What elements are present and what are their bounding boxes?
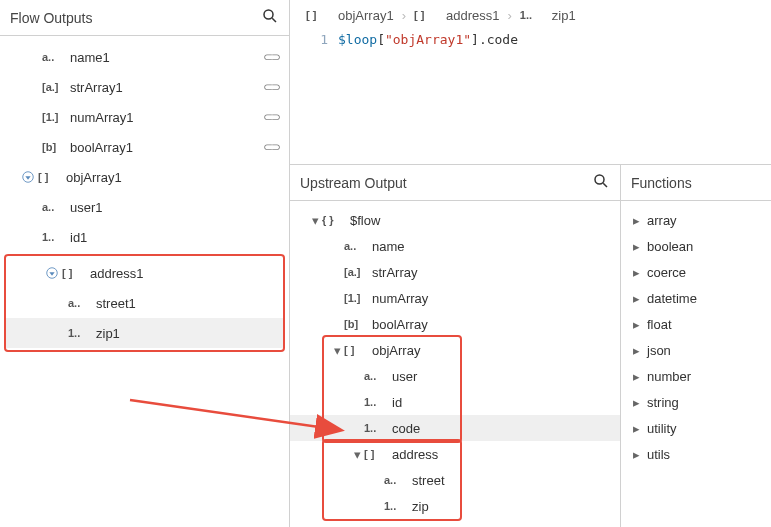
type-badge: [1.]	[42, 111, 64, 123]
function-category[interactable]: ▸number	[621, 363, 771, 389]
function-label: utils	[647, 447, 670, 462]
flow-outputs-title: Flow Outputs	[10, 10, 92, 26]
type-badge: 1..	[68, 327, 90, 339]
upstream-tree: ▾ { } $flow a..name[a.]strArray[1.]numAr…	[290, 201, 620, 527]
function-label: coerce	[647, 265, 686, 280]
collapse-icon[interactable]	[20, 169, 36, 185]
item-label: strArray1	[70, 80, 263, 95]
function-category[interactable]: ▸boolean	[621, 233, 771, 259]
flow-outputs-tree: a..name1⊂⊃[a.]strArray1⊂⊃[1.]numArray1⊂⊃…	[0, 36, 289, 527]
tree-item[interactable]: [1.]numArray	[290, 285, 620, 311]
function-category[interactable]: ▸coerce	[621, 259, 771, 285]
tree-item[interactable]: [1.]numArray1⊂⊃	[0, 102, 289, 132]
svg-line-7	[603, 183, 607, 187]
type-badge: a..	[42, 201, 64, 213]
function-category[interactable]: ▸utility	[621, 415, 771, 441]
tree-item[interactable]: [a.]strArray	[290, 259, 620, 285]
collapse-icon[interactable]	[44, 265, 60, 281]
link-icon: ⊂⊃	[263, 110, 279, 124]
item-label: strArray	[372, 265, 610, 280]
right-side: [ ] objArray1 › [ ] address1 › 1.. zip1 …	[290, 0, 771, 527]
type-badge: [ ]	[62, 267, 84, 279]
item-label: name	[372, 239, 610, 254]
flow-outputs-panel: Flow Outputs a..name1⊂⊃[a.]strArray1⊂⊃[1…	[0, 0, 290, 527]
tree-item[interactable]: [a.]strArray1⊂⊃	[0, 72, 289, 102]
functions-panel: Functions ▸array▸boolean▸coerce▸datetime…	[621, 165, 771, 527]
caret-right-icon: ▸	[633, 395, 647, 410]
function-category[interactable]: ▸datetime	[621, 285, 771, 311]
item-label: user	[392, 369, 610, 384]
svg-line-1	[272, 18, 276, 22]
item-label: zip	[412, 499, 610, 514]
tree-item[interactable]: a..name1⊂⊃	[0, 42, 289, 72]
type-badge: 1..	[384, 500, 406, 512]
type-badge: [b]	[42, 141, 64, 153]
type-badge: [a.]	[42, 81, 64, 93]
item-label: numArray1	[70, 110, 263, 125]
tree-item[interactable]: [b]boolArray1⊂⊃	[0, 132, 289, 162]
caret-right-icon: ▸	[633, 291, 647, 306]
tree-item-flow[interactable]: ▾ { } $flow	[290, 207, 620, 233]
caret-right-icon: ▸	[633, 421, 647, 436]
tree-item[interactable]: [b]boolArray	[290, 311, 620, 337]
tree-item[interactable]: a..user1	[0, 192, 289, 222]
caret-right-icon: ▸	[633, 369, 647, 384]
item-label: id	[392, 395, 610, 410]
caret-down-icon[interactable]: ▾	[308, 213, 322, 228]
type-badge: a..	[42, 51, 64, 63]
tree-item[interactable]: 1..zip	[290, 493, 620, 519]
function-label: string	[647, 395, 679, 410]
type-badge: [b]	[344, 318, 366, 330]
type-badge: a..	[344, 240, 366, 252]
tree-item[interactable]: 1..id1	[0, 222, 289, 252]
caret-down-icon[interactable]: ▾	[350, 447, 364, 462]
upstream-title: Upstream Output	[300, 175, 407, 191]
line-number: 1	[306, 32, 328, 47]
search-icon[interactable]	[592, 172, 610, 193]
chevron-right-icon: ›	[402, 8, 406, 23]
caret-down-icon[interactable]: ▾	[330, 343, 344, 358]
upstream-header: Upstream Output	[290, 165, 620, 201]
crumb-objarray1[interactable]: [ ] objArray1	[306, 8, 394, 23]
tree-item[interactable]: a..street	[290, 467, 620, 493]
function-label: array	[647, 213, 677, 228]
tree-item[interactable]: a..street1	[6, 288, 283, 318]
item-label: id1	[70, 230, 279, 245]
tree-item-objarray1[interactable]: [ ] objArray1	[0, 162, 289, 192]
code-editor[interactable]: 1 $loop["objArray1"].code	[296, 30, 771, 49]
tree-item-objarray[interactable]: ▾ [ ] objArray	[290, 337, 620, 363]
tree-item[interactable]: 1..id	[290, 389, 620, 415]
svg-marker-5	[49, 272, 54, 276]
tree-item[interactable]: a..user	[290, 363, 620, 389]
caret-right-icon: ▸	[633, 213, 647, 228]
tree-item[interactable]: 1..code	[290, 415, 620, 441]
type-badge: a..	[68, 297, 90, 309]
function-label: datetime	[647, 291, 697, 306]
item-label: user1	[70, 200, 279, 215]
tree-item[interactable]: a..name	[290, 233, 620, 259]
function-category[interactable]: ▸float	[621, 311, 771, 337]
function-category[interactable]: ▸json	[621, 337, 771, 363]
item-label: street1	[96, 296, 273, 311]
editor-area: [ ] objArray1 › [ ] address1 › 1.. zip1 …	[290, 0, 771, 165]
item-label: numArray	[372, 291, 610, 306]
crumb-zip1[interactable]: 1.. zip1	[520, 8, 576, 23]
function-category[interactable]: ▸string	[621, 389, 771, 415]
tree-item-address[interactable]: ▾ [ ] address	[290, 441, 620, 467]
function-label: boolean	[647, 239, 693, 254]
item-label: boolArray	[372, 317, 610, 332]
function-category[interactable]: ▸array	[621, 207, 771, 233]
svg-point-0	[264, 10, 273, 19]
code-content: $loop["objArray1"].code	[338, 32, 518, 47]
crumb-address1[interactable]: [ ] address1	[414, 8, 499, 23]
chevron-right-icon: ›	[507, 8, 511, 23]
function-category[interactable]: ▸utils	[621, 441, 771, 467]
svg-marker-3	[25, 176, 30, 180]
function-label: utility	[647, 421, 677, 436]
tree-item-address1[interactable]: [ ] address1	[6, 258, 283, 288]
search-icon[interactable]	[261, 7, 279, 28]
item-label: address1	[90, 266, 273, 281]
link-icon: ⊂⊃	[263, 80, 279, 94]
caret-right-icon: ▸	[633, 317, 647, 332]
tree-item[interactable]: 1..zip1	[6, 318, 283, 348]
